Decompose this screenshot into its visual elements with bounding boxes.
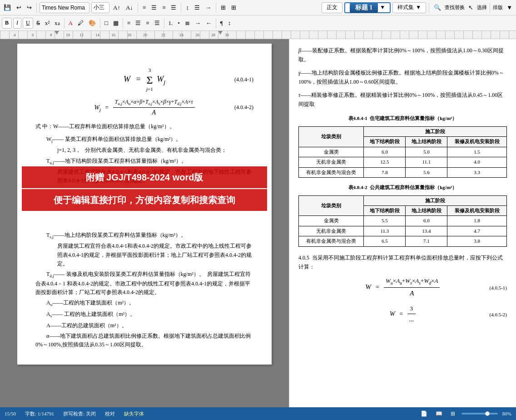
sep4 <box>216 3 216 13</box>
text-as: As—— 工程的地上建筑面积（m²）。 <box>35 310 253 320</box>
text-au: Au——工程的地下建筑面积（m²）。 <box>35 299 253 308</box>
text-tau: τ——精装修率修正系数。根据精装修计算比例0%～100%，按照插值法从0.45～… <box>298 90 507 109</box>
style-set-btn[interactable]: 样式集 ▼ <box>392 2 426 13</box>
fill-color-icon[interactable]: 🎨 <box>87 19 98 28</box>
subscript-icon[interactable]: x₂ <box>53 19 62 28</box>
paragraph-icon[interactable]: ¶ <box>218 19 225 28</box>
strikethrough-icon[interactable]: S̶ <box>35 19 42 28</box>
find-replace-icon[interactable]: 🔍 <box>432 3 443 12</box>
status-bar: 15/50 字数: 1/14791 拼写检查: 关闭 校对 缺失字体 📄 📖 ⊞… <box>0 407 516 420</box>
table2: 垃圾类别 施工阶段 地下结构阶段 地上结构阶段 装修及机电安装阶段 金属类 5.… <box>298 195 507 247</box>
table1-title: 表4.0.4-1 住宅建筑工程弃料估算量指标（kg/m²） <box>298 114 507 123</box>
right-tools: 正文 标题 1 ▼ 样式集 ▼ 🔍 查找替换 ↖ 选择 排版 ▼ <box>322 2 514 13</box>
font-shrink-icon[interactable]: A↓ <box>124 3 135 12</box>
align-left2-icon[interactable]: ≡ <box>125 19 132 28</box>
view-layout-icon[interactable]: ⊞ <box>449 410 457 418</box>
view-normal-icon[interactable]: 📄 <box>419 410 429 418</box>
right-panel: β——装配修正系数。根据装配率计算比例0%～100%，按照插值法从1.00～0.… <box>289 39 516 407</box>
font-grow-icon[interactable]: A↑ <box>111 3 122 12</box>
view-read-icon[interactable]: 📖 <box>434 410 444 418</box>
table-icon[interactable]: ⊞ <box>229 3 238 12</box>
text-tuj: Tu,j——地下结构阶段某类工程弃料估算量指标（kg/m²）。 <box>35 157 253 166</box>
toolbar-format: B I U S̶ x² x₂ A 🖊 🎨 □ ▦ ≡ ☰ ≡ ☰ 1. • ≣ … <box>0 15 516 31</box>
formula-wj-frac: Wj = Tu,j×Au×α×β+Ts,j×As×β×γ+Td,j×A×τ A … <box>35 98 253 118</box>
sep6 <box>490 3 490 13</box>
indent2-icon[interactable]: → <box>193 19 203 28</box>
outdent-icon[interactable]: ← <box>204 19 213 28</box>
align-left-icon[interactable]: ≡ <box>141 3 148 12</box>
border-icon[interactable]: □ <box>103 19 110 28</box>
sep8 <box>100 18 100 28</box>
table1-col-underground: 地下结构阶段 <box>364 137 406 147</box>
layout-icon[interactable]: ▼ <box>505 3 514 12</box>
table-row: 无机非金属类 12.5 11.1 4.0 <box>299 157 507 167</box>
font-name-input[interactable] <box>40 2 89 13</box>
toolbar-top: 💾 ↩ ↪ A↑ A↓ ≡ ☰ ≡ ☰ ↕ ☰ → ⊞ ⊞ 正文 标题 1 ▼ … <box>0 0 516 15</box>
table-row: 有机非金属类与混合类 7.8 5.6 3.3 <box>299 167 507 177</box>
sep11 <box>216 18 216 28</box>
doc-area[interactable]: W = 3 Σ j=1 Wj (4.0.4-1) Wj = Tu,j×Au×α×… <box>0 39 289 407</box>
zoom-level: 80% <box>502 411 511 416</box>
justify-icon[interactable]: ☰ <box>169 3 178 12</box>
text-wj: Wj—— 某类工程弃料单位面积估算排放总量（kg/m²）。 <box>35 135 253 145</box>
undo-icon[interactable]: ↩ <box>15 3 23 12</box>
spell-check-status: 拼写检查: 关闭 <box>63 410 96 417</box>
font-color-icon[interactable]: A <box>67 19 74 28</box>
sep10 <box>164 18 164 28</box>
table2-col-fitout: 装修及机电安装阶段 <box>447 206 507 216</box>
sep5 <box>429 3 429 13</box>
shading-icon[interactable]: ▦ <box>111 19 120 28</box>
style-heading1-btn[interactable]: 标题 1 ▼ <box>344 2 391 13</box>
line-spacing-icon[interactable]: ↕ <box>184 3 191 12</box>
sep3 <box>181 3 181 13</box>
table1-col-fitout: 装修及机电安装阶段 <box>447 137 507 147</box>
select-label[interactable]: 选择 <box>477 4 487 11</box>
style-normal-btn[interactable]: 正文 <box>322 2 342 13</box>
text-alpha: α——地下建筑面积占总建筑面积比例修正系数。根据地下建筑面积占总建筑面积比例0%… <box>35 332 253 349</box>
align-right2-icon[interactable]: ≡ <box>144 19 151 28</box>
multi-level-icon[interactable]: ≣ <box>183 19 192 28</box>
missing-font-label: 缺失字体 <box>124 410 144 417</box>
save-icon[interactable]: 💾 <box>2 3 13 12</box>
insert-icon[interactable]: ⊞ <box>219 3 228 12</box>
document-page[interactable]: W = 3 Σ j=1 Wj (4.0.4-1) Wj = Tu,j×Au×α×… <box>17 44 272 365</box>
redo-icon[interactable]: ↪ <box>25 3 34 12</box>
table2-title: 表4.0.4-2 公共建筑工程弃料估算量指标（kg/m²） <box>298 183 507 192</box>
layout-label[interactable]: 排版 <box>493 4 503 11</box>
table1: 垃圾类别 施工阶段 地下结构阶段 地上结构阶段 装修及机电安装阶段 金属类 6.… <box>298 126 507 178</box>
justify2-icon[interactable]: ☰ <box>153 19 162 28</box>
list-icon[interactable]: ☰ <box>193 3 202 12</box>
table2-col-category: 垃圾类别 <box>299 195 364 216</box>
status-right: 📄 📖 ⊞ 80% <box>419 410 511 418</box>
text-intro: 式 中：W——工程弃料单位面积估算排放总量（kg/m²）。 <box>35 122 253 131</box>
align-right-icon[interactable]: ≡ <box>160 3 167 12</box>
font-size-input[interactable] <box>91 2 109 13</box>
italic-button[interactable]: I <box>13 18 21 29</box>
align-center-icon[interactable]: ☰ <box>149 3 159 12</box>
line-spacing2-icon[interactable]: ↕ <box>226 19 233 28</box>
zoom-slider[interactable] <box>461 413 498 415</box>
text-405: 4.0.5 当采用不同施工阶段工程弃料计算工程弃料单位面积排放总量时，应按下列公… <box>298 253 507 272</box>
table-row: 无机非金属类 11.3 13.4 4.7 <box>299 226 507 236</box>
promo-banner-2: 便于编辑直接打印，方便内容复制和搜索查询 <box>22 189 267 211</box>
highlight-icon[interactable]: 🖊 <box>76 19 85 28</box>
bullets-icon[interactable]: • <box>176 19 182 28</box>
formula-405-1: W = Wu×Au+Ws×As+Wd×A A (4.0.5-1) <box>298 276 507 299</box>
numbering-icon[interactable]: 1. <box>167 19 175 28</box>
align-center2-icon[interactable]: ☰ <box>134 19 143 28</box>
table1-col-category: 垃圾类别 <box>299 127 364 147</box>
underline-button[interactable]: U <box>23 18 33 29</box>
indent-icon[interactable]: → <box>203 3 213 12</box>
text-house2a: 房屋建筑工程宜符合表4.0.4-1和表4.0.4-2的规定。市政工程中的地上线性… <box>35 242 253 268</box>
select-icon[interactable]: ↖ <box>466 3 475 12</box>
heading1-dropdown-icon[interactable]: ▼ <box>380 4 385 11</box>
table2-col-aboveground: 地上结构阶段 <box>406 206 447 216</box>
superscript-icon[interactable]: x² <box>43 19 51 28</box>
bold-button[interactable]: B <box>2 18 12 29</box>
table-row: 金属类 6.0 5.0 1.5 <box>299 147 507 157</box>
sep9 <box>123 18 123 28</box>
find-replace-label[interactable]: 查找替换 <box>445 4 465 11</box>
table2-col-underground: 地下结构阶段 <box>364 206 406 216</box>
table2-col-stage: 施工阶段 <box>364 195 507 205</box>
table-row: 金属类 5.5 6.0 1.8 <box>299 216 507 226</box>
